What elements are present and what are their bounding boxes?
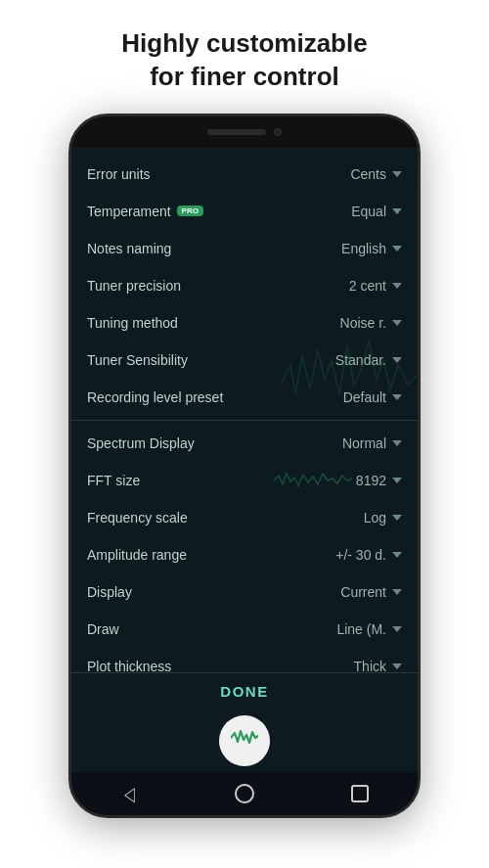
chevron-down-icon <box>392 357 402 363</box>
settings-value-text: Noise r. <box>340 315 386 331</box>
done-button[interactable]: DONE <box>87 683 402 700</box>
settings-row[interactable]: Recording level presetDefault <box>71 379 418 416</box>
settings-row[interactable]: Amplitude range+/- 30 d. <box>71 536 418 573</box>
chevron-down-icon <box>392 663 402 669</box>
settings-label-text: Temperament <box>87 204 171 219</box>
chevron-down-icon <box>392 440 402 446</box>
settings-label-text: Draw <box>87 621 119 637</box>
back-icon: ◁ <box>124 782 135 805</box>
nav-bar: ◁ <box>71 772 418 815</box>
chevron-down-icon <box>392 283 402 289</box>
home-icon <box>235 784 254 803</box>
settings-value-text: English <box>341 241 386 256</box>
chevron-down-icon <box>392 246 402 251</box>
settings-label-text: Plot thickness <box>87 659 171 672</box>
phone-top-bar <box>71 116 418 148</box>
chevron-down-icon <box>392 552 402 558</box>
done-button-container: DONE <box>71 672 418 709</box>
settings-value-text: 8192 <box>356 473 386 488</box>
settings-value-text: Thick <box>354 659 386 672</box>
chevron-down-icon <box>392 320 402 326</box>
settings-label-text: Tuner Sensibility <box>87 352 188 368</box>
page-header: Highly customizable for finer control <box>82 0 406 114</box>
settings-label-text: Amplitude range <box>87 547 187 563</box>
settings-label-text: Tuning method <box>87 315 178 331</box>
settings-value-text: Line (M. <box>336 621 386 637</box>
settings-value-text: Equal <box>351 204 386 219</box>
settings-value-text: 2 cent <box>349 278 386 294</box>
fab-icon <box>231 728 258 753</box>
chevron-down-icon <box>392 478 402 483</box>
phone-camera <box>274 128 282 136</box>
settings-list[interactable]: Error unitsCentsTemperamentPROEqualNotes… <box>71 148 418 672</box>
chevron-down-icon <box>392 208 402 214</box>
settings-value-text: Log <box>364 510 386 525</box>
back-button[interactable]: ◁ <box>111 776 147 811</box>
chevron-down-icon <box>392 394 402 400</box>
recents-button[interactable] <box>342 776 378 811</box>
settings-label-text: Display <box>87 584 132 600</box>
settings-row[interactable]: Spectrum DisplayNormal <box>71 425 418 462</box>
phone-speaker <box>207 129 266 135</box>
home-button[interactable] <box>227 776 262 811</box>
settings-divider <box>71 420 418 421</box>
settings-row[interactable]: Frequency scaleLog <box>71 499 418 536</box>
settings-label-text: Spectrum Display <box>87 435 195 451</box>
fab-button[interactable] <box>219 715 270 766</box>
settings-value-text: Current <box>340 584 386 600</box>
settings-label-text: Tuner precision <box>87 278 181 294</box>
settings-label-text: Frequency scale <box>87 510 188 525</box>
settings-row[interactable]: DrawLine (M. <box>71 611 418 648</box>
chevron-down-icon <box>392 626 402 632</box>
settings-value-text: Cents <box>350 166 386 182</box>
waveform-decoration <box>274 472 352 489</box>
settings-value-text: Default <box>343 389 386 405</box>
recents-icon <box>351 785 369 802</box>
chevron-down-icon <box>392 515 402 521</box>
settings-value-text: Standar. <box>335 352 386 368</box>
settings-label-text: Notes naming <box>87 241 171 256</box>
settings-label-text: Recording level preset <box>87 389 223 405</box>
phone-screen: Error unitsCentsTemperamentPROEqualNotes… <box>71 148 418 815</box>
pro-badge: PRO <box>177 206 203 216</box>
settings-row[interactable]: Tuner precision2 cent <box>71 267 418 304</box>
settings-row[interactable]: Error unitsCents <box>71 156 418 193</box>
settings-label-text: Error units <box>87 166 151 182</box>
fab-area <box>71 709 418 772</box>
chevron-down-icon <box>392 171 402 177</box>
settings-row[interactable]: Notes namingEnglish <box>71 230 418 267</box>
settings-row[interactable]: TemperamentPROEqual <box>71 193 418 230</box>
settings-row[interactable]: DisplayCurrent <box>71 573 418 611</box>
settings-value-text: Normal <box>342 435 386 451</box>
settings-row[interactable]: Plot thicknessThick <box>71 648 418 672</box>
phone-frame: Error unitsCentsTemperamentPROEqualNotes… <box>68 114 421 818</box>
settings-row[interactable]: Tuner SensibilityStandar. <box>71 342 418 379</box>
chevron-down-icon <box>392 589 402 595</box>
settings-value-text: +/- 30 d. <box>335 547 386 563</box>
settings-row[interactable]: Tuning methodNoise r. <box>71 304 418 342</box>
settings-label-text: FFT size <box>87 473 140 488</box>
settings-row[interactable]: FFT size 8192 <box>71 462 418 499</box>
